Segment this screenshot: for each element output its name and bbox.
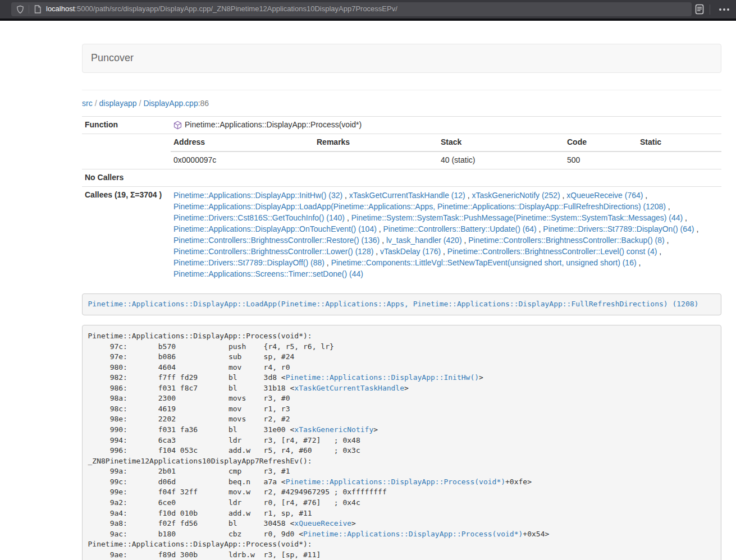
page-icon[interactable] [34, 5, 42, 13]
callee-link[interactable]: Pinetime::Drivers::St7789::DisplayOn() (… [543, 224, 694, 233]
callee-link[interactable]: xTaskGetCurrentTaskHandle (12) [349, 191, 465, 200]
table-row-metrics: Address Remarks Stack Code Static 0x0000… [82, 134, 721, 169]
highlighted-symbol-link[interactable]: Pinetime::Applications::DisplayApp::Load… [88, 300, 699, 308]
breadcrumb-separator: / [93, 99, 99, 108]
function-name: Pinetime::Applications::DisplayApp::Proc… [185, 120, 362, 131]
breadcrumb-src-link[interactable]: src [82, 99, 93, 108]
callee-link[interactable]: Pinetime::Applications::DisplayApp::Load… [173, 202, 666, 211]
puncover-page: Puncover src/displayapp/DisplayApp.cpp:8… [0, 44, 736, 560]
breadcrumb: src/displayapp/DisplayApp.cpp:86 [82, 98, 721, 109]
shield-icon[interactable] [16, 5, 25, 14]
callees-label: Callees (19, Σ=3704 ) [82, 186, 171, 282]
function-cube-icon [173, 121, 182, 130]
no-callers-label: No Callers [82, 169, 171, 186]
browser-toolbar: localhost:5000/path/src/displayapp/Displ… [0, 0, 736, 19]
cell-code: 500 [564, 152, 637, 169]
breadcrumb-file-link[interactable]: DisplayApp.cpp [143, 99, 198, 108]
callee-link[interactable]: Pinetime::Controllers::BrightnessControl… [173, 247, 373, 256]
callee-link[interactable]: vTaskDelay (176) [380, 247, 441, 256]
url-text[interactable]: localhost:5000/path/src/displayapp/Displ… [46, 4, 397, 15]
cell-static [637, 152, 721, 169]
cell-remarks [314, 152, 438, 169]
navbar: Puncover [82, 44, 721, 73]
callee-link[interactable]: Pinetime::Components::LittleVgl::SetNewT… [331, 258, 637, 267]
chrome-bottom-edge [0, 19, 736, 21]
asm-symbol-link[interactable]: xQueueReceive [294, 519, 351, 527]
url-bar[interactable]: localhost:5000/path/src/displayapp/Displ… [11, 2, 692, 16]
url-path: :5000/path/src/displayapp/DisplayApp.cpp… [75, 4, 397, 13]
breadcrumb-separator: / [137, 99, 144, 108]
callee-link[interactable]: Pinetime::System::SystemTask::PushMessag… [351, 213, 683, 222]
asm-symbol-link[interactable]: Pinetime::Applications::DisplayApp::Init… [286, 373, 479, 382]
menu-icon[interactable] [716, 5, 733, 14]
asm-symbol-link[interactable]: xTaskGenericNotify [294, 425, 373, 434]
callee-link[interactable]: Pinetime::Controllers::BrightnessControl… [173, 236, 380, 245]
function-label: Function [82, 116, 171, 134]
table-row-no-callers: No Callers [82, 169, 721, 186]
callee-link[interactable]: Pinetime::Drivers::St7789::DisplayOff() … [173, 258, 324, 267]
col-header-remarks: Remarks [314, 134, 438, 152]
callee-link[interactable]: xTaskGenericNotify (252) [472, 191, 560, 200]
disassembly-listing: Pinetime::Applications::DisplayApp::Proc… [82, 325, 721, 560]
col-header-code: Code [564, 134, 637, 152]
breadcrumb-line-number: :86 [198, 99, 209, 108]
callee-link[interactable]: xQueueReceive (764) [566, 191, 643, 200]
breadcrumb-displayapp-link[interactable]: displayapp [99, 99, 137, 108]
callee-link[interactable]: Pinetime::Controllers::BrightnessControl… [447, 247, 657, 256]
col-header-address: Address [171, 134, 314, 152]
callees-list: Pinetime::Applications::DisplayApp::Init… [171, 186, 721, 282]
function-table: Function Pinetime::Applications::Display… [82, 116, 721, 282]
callee-link[interactable]: Pinetime::Applications::DisplayApp::OnTo… [173, 224, 377, 233]
urlbar-divider [29, 5, 29, 13]
col-header-static: Static [637, 134, 721, 152]
callee-link[interactable]: lv_task_handler (420) [386, 236, 462, 245]
callee-link[interactable]: Pinetime::Applications::Screens::Timer::… [173, 269, 363, 278]
cell-stack: 40 (static) [438, 152, 564, 169]
asm-symbol-link[interactable]: xTaskGetCurrentTaskHandle [294, 384, 404, 392]
callee-link[interactable]: Pinetime::Controllers::BrightnessControl… [468, 236, 664, 245]
highlighted-symbol-box: Pinetime::Applications::DisplayApp::Load… [82, 293, 721, 316]
cell-address: 0x0000097c [171, 152, 314, 169]
table-row: 0x0000097c 40 (static) 500 [171, 152, 721, 169]
table-row-function: Function Pinetime::Applications::Display… [82, 116, 721, 134]
divider [82, 90, 721, 90]
callee-link[interactable]: Pinetime::Applications::DisplayApp::Init… [173, 191, 342, 200]
callee-link[interactable]: Pinetime::Controllers::Battery::Update()… [383, 224, 537, 233]
table-row-callees: Callees (19, Σ=3704 ) Pinetime::Applicat… [82, 186, 721, 282]
metrics-table: Address Remarks Stack Code Static 0x0000… [171, 134, 721, 169]
col-header-stack: Stack [438, 134, 564, 152]
reader-view-icon[interactable] [695, 4, 704, 15]
brand-link[interactable]: Puncover [83, 51, 142, 66]
asm-symbol-link[interactable]: Pinetime::Applications::DisplayApp::Proc… [303, 530, 523, 538]
url-host: localhost [46, 4, 75, 13]
callee-link[interactable]: Pinetime::Drivers::Cst816S::GetTouchInfo… [173, 213, 345, 222]
asm-symbol-link[interactable]: Pinetime::Applications::DisplayApp::Proc… [286, 478, 505, 486]
toolbar-divider [710, 4, 710, 15]
